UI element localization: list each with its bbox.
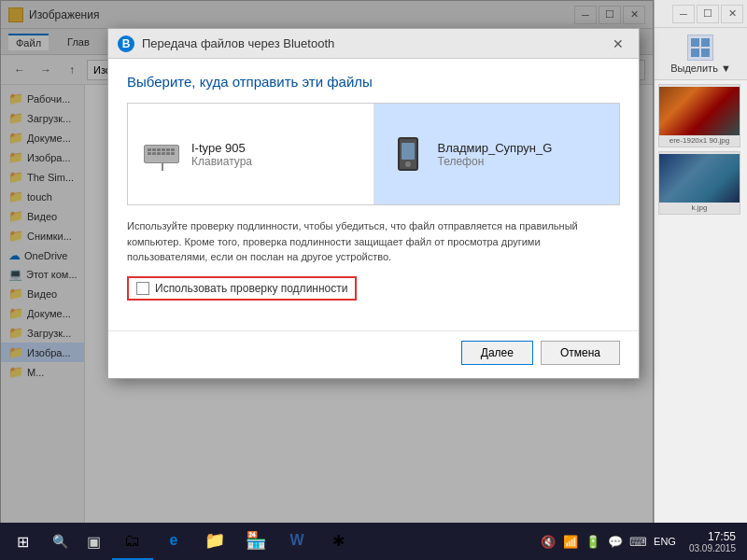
rp-close-button[interactable]: ✕ xyxy=(721,5,743,23)
network-icon[interactable]: 📶 xyxy=(560,523,581,560)
thumbnail-1[interactable]: ere-1920x1 90.jpg xyxy=(658,84,740,147)
volume-icon[interactable]: 🔇 xyxy=(538,523,558,560)
rp-restore-button[interactable]: ☐ xyxy=(697,5,719,23)
keyboard-name: I-type 905 xyxy=(191,141,359,155)
auth-checkbox[interactable] xyxy=(136,282,149,295)
thumbnail-area: ere-1920x1 90.jpg k.jpg xyxy=(655,80,747,560)
modal-titlebar: B Передача файлов через Bluetooth ✕ xyxy=(108,29,639,59)
phone-type: Телефон xyxy=(438,155,605,168)
store-icon: 🏪 xyxy=(246,530,266,551)
select-icon xyxy=(687,35,713,61)
thumbnail-2[interactable]: k.jpg xyxy=(658,151,740,215)
thumb-image-1 xyxy=(659,87,740,135)
right-panel-ribbon: Выделить ▼ xyxy=(655,28,747,80)
thumb-label-1: ere-1920x1 90.jpg xyxy=(659,135,740,146)
bluetooth-taskbar-icon: ✱ xyxy=(332,532,345,550)
taskbar-app-explorer[interactable]: 🗂 xyxy=(112,523,153,560)
word-icon: W xyxy=(289,532,303,549)
system-tray: 🔇 📶 🔋 💬 ⌨ ENG 17:55 03.09.2015 xyxy=(534,523,747,560)
cable xyxy=(162,163,163,171)
devices-area: I-type 905 Клавиатура Владмир_Супрун_G Т… xyxy=(127,103,620,205)
modal-footer: Далее Отмена xyxy=(108,330,639,378)
thumb-label-2: k.jpg xyxy=(659,203,740,213)
keyboard-type: Клавиатура xyxy=(191,155,359,168)
language-indicator[interactable]: ENG xyxy=(650,536,680,547)
device-keyboard[interactable]: I-type 905 Клавиатура xyxy=(128,104,374,204)
battery-icon[interactable]: 🔋 xyxy=(583,523,603,560)
modal-close-button[interactable]: ✕ xyxy=(607,35,629,53)
bluetooth-icon: B xyxy=(118,35,134,52)
taskbar-app-folder[interactable]: 📁 xyxy=(194,523,235,560)
select-icon-cell-1 xyxy=(691,38,699,47)
thumb-image-2 xyxy=(659,154,740,203)
taskbar-app-bluetooth[interactable]: ✱ xyxy=(317,523,359,560)
clock-date: 03.09.2015 xyxy=(689,543,736,553)
select-icon-cell-2 xyxy=(701,38,710,47)
edge-icon: e xyxy=(170,532,178,549)
rp-minimize-button[interactable]: ─ xyxy=(672,5,695,23)
modal-title: Передача файлов через Bluetooth xyxy=(142,36,599,50)
cancel-button[interactable]: Отмена xyxy=(541,341,620,365)
phone-screen xyxy=(402,143,415,160)
search-icon: 🔍 xyxy=(52,534,68,549)
device-phone[interactable]: Владмир_Супрун_G Телефон xyxy=(374,104,620,204)
task-view-icon: ▣ xyxy=(87,533,101,551)
select-label: Выделить xyxy=(670,63,718,74)
select-icon-cell-4 xyxy=(701,49,710,57)
keyboard-info: I-type 905 Клавиатура xyxy=(191,141,359,168)
phone-shape xyxy=(398,137,418,171)
select-icon-cell-3 xyxy=(691,49,699,57)
auth-checkbox-row: Использовать проверку подлинности xyxy=(127,276,357,301)
modal-heading: Выберите, куда отправить эти файлы xyxy=(127,74,620,90)
start-icon: ⊞ xyxy=(17,533,29,551)
next-button[interactable]: Далее xyxy=(461,341,533,365)
keyboard-lang-icon[interactable]: ⌨ xyxy=(627,523,648,560)
auth-description: Используйте проверку подлинности, чтобы … xyxy=(127,218,620,265)
taskbar-app-edge[interactable]: e xyxy=(153,523,194,560)
explorer-taskbar-icon: 🗂 xyxy=(124,531,141,551)
start-button[interactable]: ⊞ xyxy=(0,523,45,560)
taskbar: ⊞ 🔍 ▣ 🗂 e 📁 🏪 W ✱ 🔇 📶 🔋 💬 ⌨ ENG 17:55 03… xyxy=(0,523,747,560)
auth-checkbox-label[interactable]: Использовать проверку подлинности xyxy=(155,282,347,295)
folder-taskbar-icon: 📁 xyxy=(204,530,225,551)
task-view-button[interactable]: ▣ xyxy=(75,523,112,560)
phone-name: Владмир_Супрун_G xyxy=(438,141,605,155)
phone-button xyxy=(405,161,411,167)
select-button[interactable]: Выделить ▼ xyxy=(670,35,731,74)
notification-icon[interactable]: 💬 xyxy=(605,523,626,560)
right-panel: ─ ☐ ✕ Выделить ▼ ere-1920x1 90.jpg k.jpg xyxy=(654,0,747,560)
taskbar-app-store[interactable]: 🏪 xyxy=(235,523,276,560)
clock-time: 17:55 xyxy=(689,530,736,543)
phone-info: Владмир_Супрун_G Телефон xyxy=(438,141,605,168)
bluetooth-transfer-modal: B Передача файлов через Bluetooth ✕ Выбе… xyxy=(107,28,640,379)
right-panel-header: ─ ☐ ✕ xyxy=(655,0,747,28)
taskbar-search-button[interactable]: 🔍 xyxy=(45,523,75,560)
taskbar-app-word[interactable]: W xyxy=(276,523,317,560)
keyboard-shape xyxy=(144,145,179,163)
phone-image xyxy=(389,137,427,171)
taskbar-clock[interactable]: 17:55 03.09.2015 xyxy=(682,530,743,553)
keyboard-image xyxy=(143,137,180,171)
select-arrow: ▼ xyxy=(721,63,731,74)
modal-body: Выберите, куда отправить эти файлы xyxy=(108,59,639,330)
